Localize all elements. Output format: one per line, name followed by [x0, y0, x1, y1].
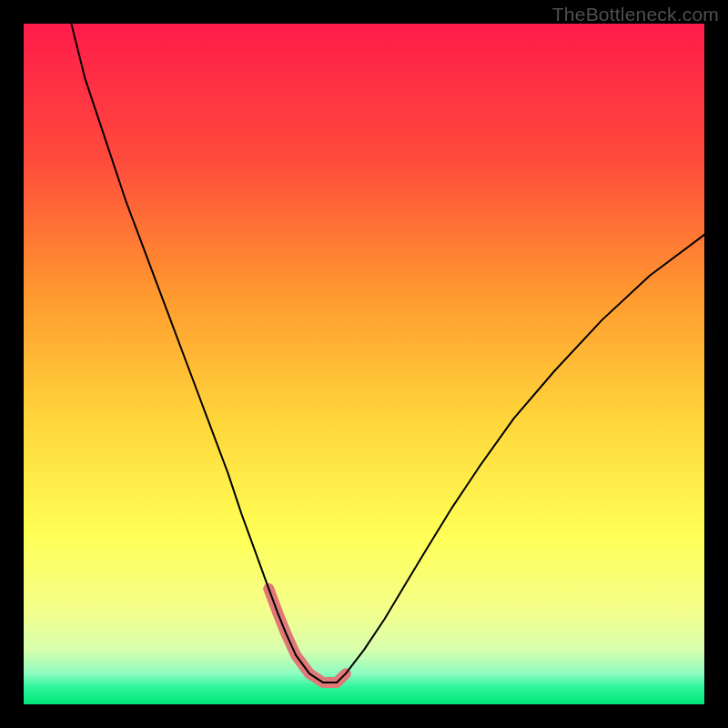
chart-svg: [24, 24, 704, 704]
watermark-text: TheBottleneck.com: [552, 4, 719, 25]
chart-plot-area: [24, 24, 704, 704]
chart-stage: TheBottleneck.com: [0, 0, 728, 728]
chart-background: [24, 24, 704, 704]
